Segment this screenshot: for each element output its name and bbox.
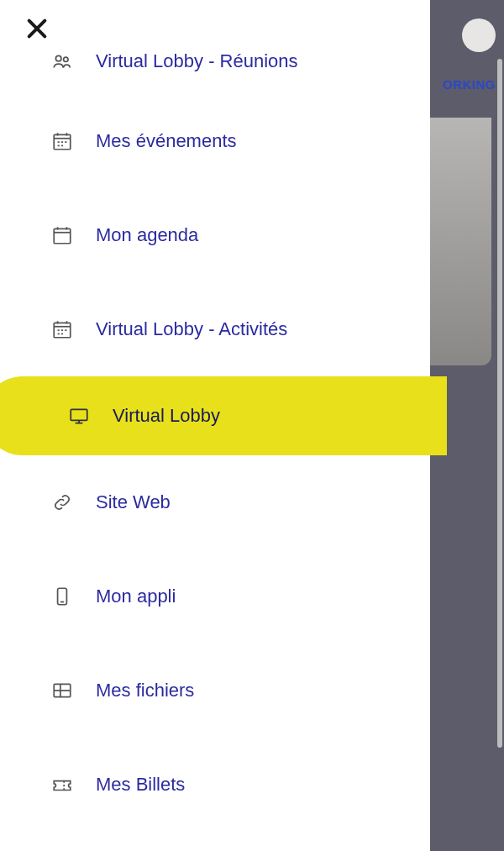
calendar-grid-icon xyxy=(50,318,74,341)
menu-list: Virtual Lobby - Réunions Mes événements xyxy=(0,42,430,851)
menu-item-mes-billets[interactable]: Mes Billets xyxy=(0,738,430,832)
svg-point-3 xyxy=(64,57,68,61)
menu-item-label: Mes événements xyxy=(96,130,237,152)
avatar xyxy=(462,18,496,52)
navigation-drawer: Virtual Lobby - Réunions Mes événements xyxy=(0,0,430,851)
menu-item-label: Mes fichiers xyxy=(96,680,194,701)
calendar-grid-icon xyxy=(50,129,74,153)
menu-item-site-web[interactable]: Site Web xyxy=(0,455,430,549)
menu-item-virtual-lobby-activites[interactable]: Virtual Lobby - Activités xyxy=(0,282,430,376)
drawer-header xyxy=(0,0,430,42)
menu-item-label: Mon appli xyxy=(96,586,176,607)
menu-item-label: Virtual Lobby xyxy=(113,405,220,427)
background-tab-fragment: ORKING xyxy=(443,77,496,92)
menu-item-label: Virtual Lobby - Réunions xyxy=(96,50,298,72)
menu-item-mon-agenda[interactable]: Mon agenda xyxy=(0,188,430,282)
people-icon xyxy=(50,50,74,74)
menu-item-virtual-lobby[interactable]: Virtual Lobby xyxy=(17,376,447,455)
ticket-icon xyxy=(50,773,74,796)
menu-item-label: Mon agenda xyxy=(96,224,198,246)
phone-icon xyxy=(50,585,74,608)
menu-item-mes-fichiers[interactable]: Mes fichiers xyxy=(0,644,430,738)
menu-item-virtual-lobby-reunions[interactable]: Virtual Lobby - Réunions xyxy=(0,44,430,94)
menu-item-label: Virtual Lobby - Activités xyxy=(96,318,287,340)
calendar-icon xyxy=(50,223,74,247)
scrollbar[interactable] xyxy=(497,59,502,748)
close-icon[interactable] xyxy=(24,15,50,42)
table-icon xyxy=(50,679,74,702)
svg-rect-13 xyxy=(54,229,71,243)
svg-point-2 xyxy=(55,55,61,61)
link-icon xyxy=(50,491,74,514)
menu-item-mon-appli[interactable]: Mon appli xyxy=(0,549,430,644)
menu-item-mes-evenements[interactable]: Mes événements xyxy=(0,94,430,188)
svg-rect-26 xyxy=(71,409,87,420)
monitor-icon xyxy=(67,404,91,428)
menu-item-label: Site Web xyxy=(96,491,171,513)
menu-item-label: Mes Billets xyxy=(96,774,185,796)
